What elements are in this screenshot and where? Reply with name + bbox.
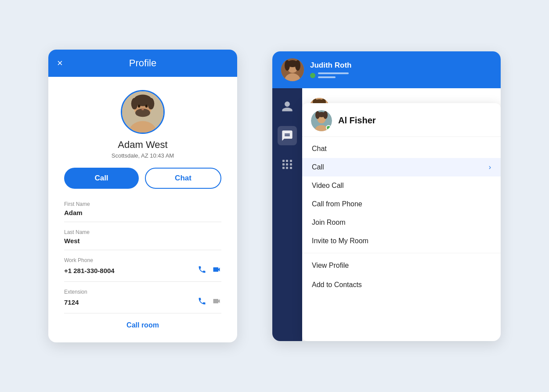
field-row-workphone: +1 281-330-8004 xyxy=(64,265,221,276)
field-row-extension: 7124 xyxy=(64,297,221,308)
field-label-workphone: Work Phone xyxy=(64,257,221,263)
sidebar-chat-icon[interactable] xyxy=(278,126,297,145)
context-footer-viewprofile[interactable]: View Profile xyxy=(302,256,501,275)
field-value-workphone: +1 281-330-8004 xyxy=(64,267,115,274)
status-dot xyxy=(310,73,315,78)
call-room-link[interactable]: Call room xyxy=(64,321,221,332)
context-footer-addcontacts[interactable]: Add to Contacts xyxy=(302,275,501,295)
ext-video-icon[interactable] xyxy=(212,297,221,308)
chat-header-status xyxy=(310,72,492,78)
context-menu-label-call: Call xyxy=(312,163,324,171)
svg-point-11 xyxy=(141,108,144,110)
call-button[interactable]: Call xyxy=(64,168,139,189)
status-bar-2 xyxy=(318,76,336,78)
field-extension: Extension 7124 xyxy=(64,289,221,313)
phone-icon[interactable] xyxy=(198,265,206,276)
svg-point-41 xyxy=(317,112,326,117)
field-label-extension: Extension xyxy=(64,289,221,295)
sidebar-apps-icon[interactable] xyxy=(278,155,297,174)
context-contact-name: Al Fisher xyxy=(338,115,376,126)
context-menu-item-videocall[interactable]: Video Call xyxy=(302,176,501,195)
field-value-lastname: West xyxy=(64,237,221,245)
field-label-firstname: First Name xyxy=(64,201,221,207)
svg-point-17 xyxy=(287,60,298,67)
chat-header-avatar xyxy=(281,58,304,81)
header-lines xyxy=(318,72,349,78)
context-menu-item-callfromphone[interactable]: Call from Phone xyxy=(302,195,501,213)
chat-app: Judith Roth xyxy=(272,51,501,341)
phone-icons xyxy=(198,265,221,276)
chat-sidebar xyxy=(272,88,302,341)
context-online-dot xyxy=(326,125,331,130)
context-menu-header: Al Fisher xyxy=(302,103,501,137)
profile-header: × Profile xyxy=(48,50,237,77)
chevron-right-icon: › xyxy=(489,163,491,171)
context-menu-items: Chat Call › Video Call Call from Phone J… xyxy=(302,137,501,253)
avatar-section: Adam West Scottsdale, AZ 10:43 AM xyxy=(64,90,221,159)
grid-icon xyxy=(282,160,292,169)
field-value-extension: 7124 xyxy=(64,298,79,306)
extension-icons xyxy=(198,297,221,308)
profile-title: Profile xyxy=(129,58,156,69)
profile-location: Scottsdale, AZ 10:43 AM xyxy=(112,152,174,159)
context-menu-label-videocall: Video Call xyxy=(312,182,344,190)
sidebar-contacts-icon[interactable] xyxy=(278,97,297,116)
field-firstname: First Name Adam xyxy=(64,201,221,222)
context-menu-footer: View Profile Add to Contacts xyxy=(302,253,501,297)
svg-point-7 xyxy=(148,98,154,109)
video-icon[interactable] xyxy=(212,265,221,276)
field-workphone: Work Phone +1 281-330-8004 xyxy=(64,257,221,282)
context-menu-item-joinroom[interactable]: Join Room xyxy=(302,213,501,232)
chat-button[interactable]: Chat xyxy=(145,168,221,189)
profile-card: × Profile xyxy=(48,50,237,342)
action-buttons: Call Chat xyxy=(64,168,221,189)
field-label-lastname: Last Name xyxy=(64,229,221,235)
context-menu-label-callfromphone: Call from Phone xyxy=(312,200,362,208)
svg-point-9 xyxy=(138,105,141,108)
context-menu-label-joinroom: Join Room xyxy=(312,219,345,227)
chat-header-info: Judith Roth xyxy=(310,61,492,78)
chat-header-name: Judith Roth xyxy=(310,61,492,70)
context-menu-item-call[interactable]: Call › xyxy=(302,158,501,176)
chat-header: Judith Roth xyxy=(272,51,501,88)
context-menu-label-chat: Chat xyxy=(312,145,327,153)
context-menu-item-chat[interactable]: Chat xyxy=(302,140,501,158)
avatar xyxy=(121,90,165,134)
context-avatar xyxy=(311,110,332,131)
context-menu-item-inviteroom[interactable]: Invite to My Room xyxy=(302,232,501,250)
profile-name: Adam West xyxy=(118,139,167,151)
close-button[interactable]: × xyxy=(57,58,63,68)
context-menu-label-inviteroom: Invite to My Room xyxy=(312,237,368,245)
status-bar-1 xyxy=(318,72,349,74)
svg-point-10 xyxy=(145,105,148,108)
field-value-firstname: Adam xyxy=(64,209,221,216)
context-menu: Al Fisher Chat Call › Video Call Call fr… xyxy=(302,103,501,341)
ext-phone-icon[interactable] xyxy=(198,297,206,308)
svg-point-6 xyxy=(131,98,138,109)
chat-body: Ashley Cook Al Fisher xyxy=(272,88,501,341)
profile-body: Adam West Scottsdale, AZ 10:43 AM Call C… xyxy=(48,77,237,342)
field-lastname: Last Name West xyxy=(64,229,221,250)
